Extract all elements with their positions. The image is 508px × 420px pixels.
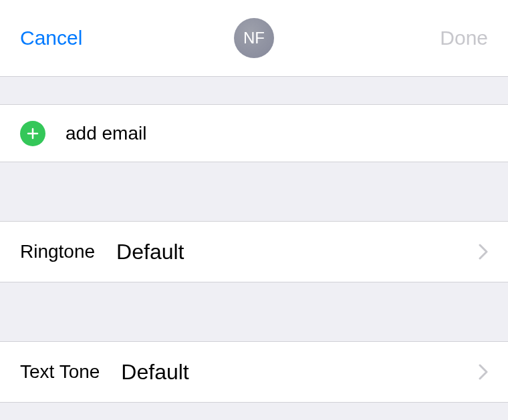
- add-icon: [20, 121, 45, 146]
- cancel-button[interactable]: Cancel: [20, 27, 82, 49]
- header-bar: Cancel NF Done: [0, 0, 508, 77]
- section-spacer: [0, 402, 508, 420]
- done-button: Done: [440, 27, 488, 49]
- ringtone-row[interactable]: Ringtone Default: [0, 222, 508, 282]
- section-spacer: [0, 77, 508, 105]
- text-tone-row[interactable]: Text Tone Default: [0, 342, 508, 402]
- section-spacer: [0, 282, 508, 342]
- text-tone-label: Text Tone: [20, 361, 100, 383]
- text-tone-value: Default: [121, 360, 188, 385]
- section-spacer: [0, 162, 508, 222]
- add-email-label: add email: [66, 123, 146, 144]
- chevron-right-icon: [479, 364, 488, 380]
- ringtone-value: Default: [116, 240, 184, 264]
- add-email-row[interactable]: add email: [0, 105, 508, 162]
- ringtone-label: Ringtone: [20, 241, 95, 262]
- avatar-initials: NF: [243, 29, 265, 47]
- avatar[interactable]: NF: [234, 18, 274, 58]
- chevron-right-icon: [479, 244, 488, 260]
